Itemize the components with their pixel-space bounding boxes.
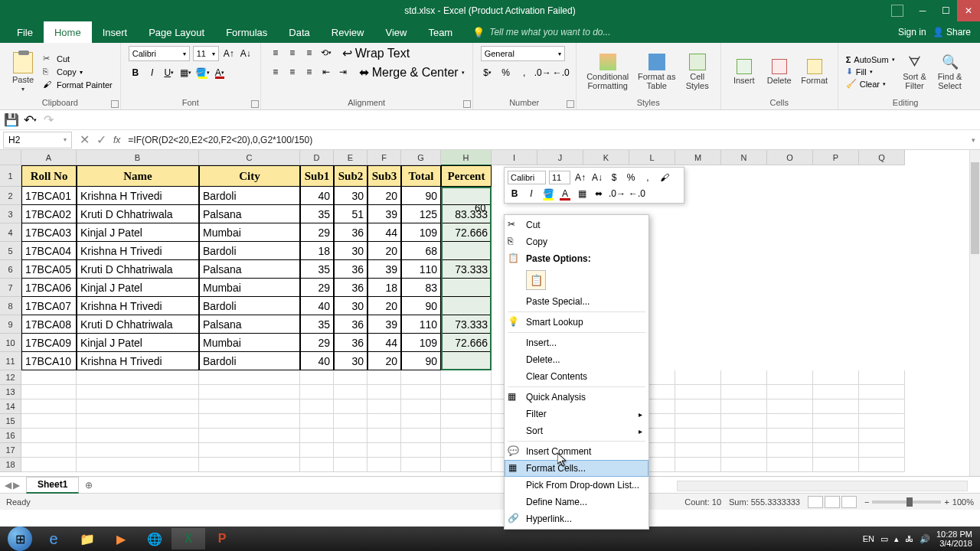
taskbar-ie[interactable]: e	[37, 528, 70, 549]
cell-D10[interactable]: 29	[300, 334, 334, 352]
cell-N16[interactable]	[721, 429, 767, 443]
cell-E17[interactable]	[334, 443, 368, 458]
cell-O15[interactable]	[767, 414, 813, 429]
view-normal-button[interactable]	[808, 496, 823, 508]
cell-O12[interactable]	[767, 370, 813, 385]
cell-G13[interactable]	[401, 385, 441, 399]
cell-O14[interactable]	[767, 399, 813, 414]
cell-B16[interactable]	[77, 429, 199, 443]
cm-quick-analysis[interactable]: ▦Quick Analysis	[505, 389, 648, 406]
header-cell-city[interactable]: City	[199, 165, 300, 187]
orientation-button[interactable]: ⟲▾	[319, 46, 333, 60]
cell-A6[interactable]: 17BCA05	[21, 260, 77, 279]
row-header-10[interactable]: 10	[0, 334, 21, 352]
column-header-M[interactable]: M	[675, 150, 721, 165]
cell-F11[interactable]: 20	[368, 352, 401, 370]
row-header-11[interactable]: 11	[0, 352, 21, 370]
tray-lang[interactable]: EN	[863, 534, 874, 543]
align-middle-button[interactable]: ≡	[286, 46, 299, 60]
cm-cut[interactable]: ✂Cut	[505, 217, 648, 233]
cell-M16[interactable]	[675, 429, 721, 443]
cell-E14[interactable]	[334, 399, 368, 414]
cell-H7[interactable]	[441, 279, 492, 297]
cell-E16[interactable]	[334, 429, 368, 443]
cell-E6[interactable]: 36	[334, 260, 368, 279]
cut-button[interactable]: Cut	[43, 54, 113, 64]
font-color-button[interactable]: A▾	[213, 66, 227, 80]
copy-button[interactable]: Copy▾	[43, 67, 113, 77]
cell-C16[interactable]	[199, 429, 300, 443]
cell-B12[interactable]	[77, 370, 199, 385]
decrease-font-button[interactable]: A↓	[239, 47, 253, 60]
mini-format-painter[interactable]: 🖌	[658, 171, 671, 184]
sheet-tab-sheet1[interactable]: Sheet1	[26, 477, 79, 494]
cell-O18[interactable]	[767, 458, 813, 472]
cell-Q12[interactable]	[859, 370, 905, 385]
cell-G8[interactable]: 90	[401, 297, 441, 315]
cell-H14[interactable]	[441, 399, 492, 414]
cell-F3[interactable]: 39	[368, 205, 401, 223]
sheet-nav-next[interactable]: ▶	[13, 480, 20, 491]
mini-decrease-font[interactable]: A↓	[590, 171, 604, 184]
tab-team[interactable]: Team	[417, 21, 463, 43]
cell-F16[interactable]	[368, 429, 401, 443]
cell-A14[interactable]	[21, 399, 77, 414]
column-header-G[interactable]: G	[401, 150, 441, 165]
cell-G4[interactable]: 109	[401, 223, 441, 242]
italic-button[interactable]: I	[145, 66, 159, 80]
formula-input[interactable]: =IF(OR(D2<20,E2<20,F2<20),0,G2*100/150)	[125, 135, 967, 145]
cell-H6[interactable]: 73.333	[441, 260, 492, 279]
cell-B5[interactable]: Krishna H Trivedi	[77, 242, 199, 260]
cell-G7[interactable]: 83	[401, 279, 441, 297]
column-header-F[interactable]: F	[368, 150, 401, 165]
sign-in-link[interactable]: Sign in	[898, 27, 926, 37]
row-header-15[interactable]: 15	[0, 414, 21, 429]
cell-H5[interactable]	[441, 242, 492, 260]
cell-D3[interactable]: 35	[300, 205, 334, 223]
cell-C6[interactable]: Palsana	[199, 260, 300, 279]
cell-H13[interactable]	[441, 385, 492, 399]
cell-D6[interactable]: 35	[300, 260, 334, 279]
cell-H9[interactable]: 73.333	[441, 315, 492, 334]
save-button[interactable]: 💾	[5, 113, 18, 127]
row-header-13[interactable]: 13	[0, 385, 21, 399]
mini-increase-decimal[interactable]: .0→	[609, 187, 626, 201]
cell-H4[interactable]: 72.666	[441, 223, 492, 242]
align-top-button[interactable]: ≡	[269, 46, 283, 60]
header-cell-sub1[interactable]: Sub1	[300, 165, 334, 187]
cell-F8[interactable]: 20	[368, 297, 401, 315]
cell-O16[interactable]	[767, 429, 813, 443]
cell-E5[interactable]: 30	[334, 242, 368, 260]
cell-C8[interactable]: Bardoli	[199, 297, 300, 315]
cell-B6[interactable]: Kruti D Chhatriwala	[77, 260, 199, 279]
header-cell-percent[interactable]: Percent	[441, 165, 492, 187]
cell-F14[interactable]	[368, 399, 401, 414]
cell-D4[interactable]: 29	[300, 223, 334, 242]
undo-button[interactable]: ↶▾	[23, 113, 37, 127]
cell-D7[interactable]: 29	[300, 279, 334, 297]
cell-A2[interactable]: 17BCA01	[21, 187, 77, 205]
cell-E2[interactable]: 30	[334, 187, 368, 205]
cell-N18[interactable]	[721, 458, 767, 472]
sheet-nav-prev[interactable]: ◀	[5, 480, 11, 491]
cell-C9[interactable]: Palsana	[199, 315, 300, 334]
column-header-J[interactable]: J	[537, 150, 583, 165]
cell-C14[interactable]	[199, 399, 300, 414]
align-bottom-button[interactable]: ≡	[302, 46, 316, 60]
mini-bold[interactable]: B	[508, 187, 521, 201]
column-header-A[interactable]: A	[21, 150, 77, 165]
cm-pick-from-list[interactable]: Pick From Drop-down List...	[505, 477, 648, 494]
row-header-9[interactable]: 9	[0, 315, 21, 334]
cm-insert[interactable]: Insert...	[505, 334, 648, 351]
enter-formula-button[interactable]: ✓	[93, 132, 109, 147]
cell-D13[interactable]	[300, 385, 334, 399]
spreadsheet-grid[interactable]: ABCDEFGHIJKLMNOPQ 1234567891011121314151…	[0, 150, 980, 476]
cell-E13[interactable]	[334, 385, 368, 399]
cell-A11[interactable]: 17BCA10	[21, 352, 77, 370]
fill-button[interactable]: ⬇Fill▾	[846, 67, 895, 77]
row-header-18[interactable]: 18	[0, 458, 21, 472]
cell-G9[interactable]: 110	[401, 315, 441, 334]
cm-hyperlink[interactable]: 🔗Hyperlink...	[505, 510, 648, 527]
cell-D8[interactable]: 40	[300, 297, 334, 315]
cell-A5[interactable]: 17BCA04	[21, 242, 77, 260]
